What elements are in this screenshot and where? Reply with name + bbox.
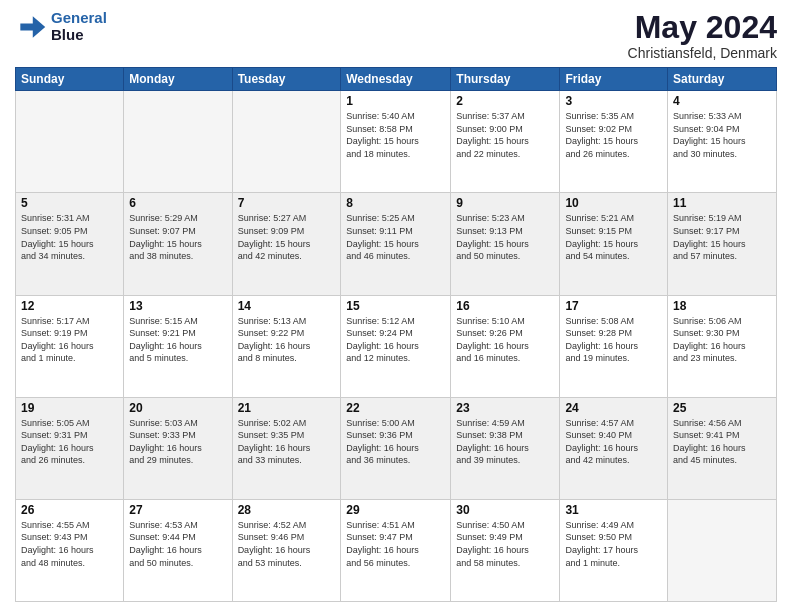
day-number: 30 bbox=[456, 503, 554, 517]
calendar-week-row: 1Sunrise: 5:40 AM Sunset: 8:58 PM Daylig… bbox=[16, 91, 777, 193]
calendar-week-row: 5Sunrise: 5:31 AM Sunset: 9:05 PM Daylig… bbox=[16, 193, 777, 295]
calendar-header-row: Sunday Monday Tuesday Wednesday Thursday… bbox=[16, 68, 777, 91]
day-number: 29 bbox=[346, 503, 445, 517]
table-row: 4Sunrise: 5:33 AM Sunset: 9:04 PM Daylig… bbox=[668, 91, 777, 193]
table-row: 13Sunrise: 5:15 AM Sunset: 9:21 PM Dayli… bbox=[124, 295, 232, 397]
table-row: 7Sunrise: 5:27 AM Sunset: 9:09 PM Daylig… bbox=[232, 193, 341, 295]
day-info: Sunrise: 5:02 AM Sunset: 9:35 PM Dayligh… bbox=[238, 417, 336, 467]
day-number: 11 bbox=[673, 196, 771, 210]
header-friday: Friday bbox=[560, 68, 668, 91]
day-info: Sunrise: 5:37 AM Sunset: 9:00 PM Dayligh… bbox=[456, 110, 554, 160]
table-row: 9Sunrise: 5:23 AM Sunset: 9:13 PM Daylig… bbox=[451, 193, 560, 295]
day-info: Sunrise: 5:15 AM Sunset: 9:21 PM Dayligh… bbox=[129, 315, 226, 365]
day-number: 5 bbox=[21, 196, 118, 210]
day-number: 4 bbox=[673, 94, 771, 108]
table-row: 20Sunrise: 5:03 AM Sunset: 9:33 PM Dayli… bbox=[124, 397, 232, 499]
table-row: 26Sunrise: 4:55 AM Sunset: 9:43 PM Dayli… bbox=[16, 499, 124, 601]
table-row: 12Sunrise: 5:17 AM Sunset: 9:19 PM Dayli… bbox=[16, 295, 124, 397]
header-monday: Monday bbox=[124, 68, 232, 91]
day-number: 23 bbox=[456, 401, 554, 415]
table-row: 27Sunrise: 4:53 AM Sunset: 9:44 PM Dayli… bbox=[124, 499, 232, 601]
table-row: 23Sunrise: 4:59 AM Sunset: 9:38 PM Dayli… bbox=[451, 397, 560, 499]
table-row: 17Sunrise: 5:08 AM Sunset: 9:28 PM Dayli… bbox=[560, 295, 668, 397]
table-row: 18Sunrise: 5:06 AM Sunset: 9:30 PM Dayli… bbox=[668, 295, 777, 397]
table-row: 10Sunrise: 5:21 AM Sunset: 9:15 PM Dayli… bbox=[560, 193, 668, 295]
table-row: 16Sunrise: 5:10 AM Sunset: 9:26 PM Dayli… bbox=[451, 295, 560, 397]
day-number: 16 bbox=[456, 299, 554, 313]
table-row: 15Sunrise: 5:12 AM Sunset: 9:24 PM Dayli… bbox=[341, 295, 451, 397]
day-number: 17 bbox=[565, 299, 662, 313]
day-info: Sunrise: 5:00 AM Sunset: 9:36 PM Dayligh… bbox=[346, 417, 445, 467]
day-info: Sunrise: 4:55 AM Sunset: 9:43 PM Dayligh… bbox=[21, 519, 118, 569]
day-number: 31 bbox=[565, 503, 662, 517]
day-number: 10 bbox=[565, 196, 662, 210]
table-row: 8Sunrise: 5:25 AM Sunset: 9:11 PM Daylig… bbox=[341, 193, 451, 295]
day-info: Sunrise: 5:08 AM Sunset: 9:28 PM Dayligh… bbox=[565, 315, 662, 365]
table-row: 24Sunrise: 4:57 AM Sunset: 9:40 PM Dayli… bbox=[560, 397, 668, 499]
table-row bbox=[232, 91, 341, 193]
table-row: 11Sunrise: 5:19 AM Sunset: 9:17 PM Dayli… bbox=[668, 193, 777, 295]
day-number: 8 bbox=[346, 196, 445, 210]
day-number: 22 bbox=[346, 401, 445, 415]
header-tuesday: Tuesday bbox=[232, 68, 341, 91]
table-row: 28Sunrise: 4:52 AM Sunset: 9:46 PM Dayli… bbox=[232, 499, 341, 601]
day-info: Sunrise: 5:31 AM Sunset: 9:05 PM Dayligh… bbox=[21, 212, 118, 262]
logo-line2: Blue bbox=[51, 26, 84, 43]
day-info: Sunrise: 5:03 AM Sunset: 9:33 PM Dayligh… bbox=[129, 417, 226, 467]
day-number: 15 bbox=[346, 299, 445, 313]
table-row: 25Sunrise: 4:56 AM Sunset: 9:41 PM Dayli… bbox=[668, 397, 777, 499]
table-row: 2Sunrise: 5:37 AM Sunset: 9:00 PM Daylig… bbox=[451, 91, 560, 193]
day-info: Sunrise: 5:17 AM Sunset: 9:19 PM Dayligh… bbox=[21, 315, 118, 365]
calendar-week-row: 26Sunrise: 4:55 AM Sunset: 9:43 PM Dayli… bbox=[16, 499, 777, 601]
day-number: 13 bbox=[129, 299, 226, 313]
title-area: May 2024 Christiansfeld, Denmark bbox=[628, 10, 777, 61]
day-info: Sunrise: 4:51 AM Sunset: 9:47 PM Dayligh… bbox=[346, 519, 445, 569]
month-title: May 2024 bbox=[628, 10, 777, 45]
day-info: Sunrise: 5:23 AM Sunset: 9:13 PM Dayligh… bbox=[456, 212, 554, 262]
day-number: 18 bbox=[673, 299, 771, 313]
day-info: Sunrise: 5:29 AM Sunset: 9:07 PM Dayligh… bbox=[129, 212, 226, 262]
day-info: Sunrise: 5:21 AM Sunset: 9:15 PM Dayligh… bbox=[565, 212, 662, 262]
day-number: 20 bbox=[129, 401, 226, 415]
header: General Blue May 2024 Christiansfeld, De… bbox=[15, 10, 777, 61]
day-number: 7 bbox=[238, 196, 336, 210]
day-info: Sunrise: 5:13 AM Sunset: 9:22 PM Dayligh… bbox=[238, 315, 336, 365]
logo-icon bbox=[15, 11, 47, 43]
table-row: 19Sunrise: 5:05 AM Sunset: 9:31 PM Dayli… bbox=[16, 397, 124, 499]
day-number: 14 bbox=[238, 299, 336, 313]
table-row: 21Sunrise: 5:02 AM Sunset: 9:35 PM Dayli… bbox=[232, 397, 341, 499]
day-number: 12 bbox=[21, 299, 118, 313]
header-thursday: Thursday bbox=[451, 68, 560, 91]
calendar-week-row: 12Sunrise: 5:17 AM Sunset: 9:19 PM Dayli… bbox=[16, 295, 777, 397]
table-row: 30Sunrise: 4:50 AM Sunset: 9:49 PM Dayli… bbox=[451, 499, 560, 601]
day-info: Sunrise: 4:52 AM Sunset: 9:46 PM Dayligh… bbox=[238, 519, 336, 569]
header-wednesday: Wednesday bbox=[341, 68, 451, 91]
day-info: Sunrise: 5:40 AM Sunset: 8:58 PM Dayligh… bbox=[346, 110, 445, 160]
table-row bbox=[16, 91, 124, 193]
day-info: Sunrise: 5:10 AM Sunset: 9:26 PM Dayligh… bbox=[456, 315, 554, 365]
calendar-table: Sunday Monday Tuesday Wednesday Thursday… bbox=[15, 67, 777, 602]
day-number: 19 bbox=[21, 401, 118, 415]
day-info: Sunrise: 5:06 AM Sunset: 9:30 PM Dayligh… bbox=[673, 315, 771, 365]
day-info: Sunrise: 5:12 AM Sunset: 9:24 PM Dayligh… bbox=[346, 315, 445, 365]
day-number: 1 bbox=[346, 94, 445, 108]
day-info: Sunrise: 5:19 AM Sunset: 9:17 PM Dayligh… bbox=[673, 212, 771, 262]
day-info: Sunrise: 4:56 AM Sunset: 9:41 PM Dayligh… bbox=[673, 417, 771, 467]
table-row: 3Sunrise: 5:35 AM Sunset: 9:02 PM Daylig… bbox=[560, 91, 668, 193]
day-info: Sunrise: 5:27 AM Sunset: 9:09 PM Dayligh… bbox=[238, 212, 336, 262]
table-row: 5Sunrise: 5:31 AM Sunset: 9:05 PM Daylig… bbox=[16, 193, 124, 295]
logo: General Blue bbox=[15, 10, 107, 43]
table-row: 31Sunrise: 4:49 AM Sunset: 9:50 PM Dayli… bbox=[560, 499, 668, 601]
day-number: 24 bbox=[565, 401, 662, 415]
day-number: 3 bbox=[565, 94, 662, 108]
day-number: 6 bbox=[129, 196, 226, 210]
table-row: 6Sunrise: 5:29 AM Sunset: 9:07 PM Daylig… bbox=[124, 193, 232, 295]
day-number: 26 bbox=[21, 503, 118, 517]
day-info: Sunrise: 4:53 AM Sunset: 9:44 PM Dayligh… bbox=[129, 519, 226, 569]
table-row: 1Sunrise: 5:40 AM Sunset: 8:58 PM Daylig… bbox=[341, 91, 451, 193]
logo-text: General Blue bbox=[51, 10, 107, 43]
day-info: Sunrise: 5:33 AM Sunset: 9:04 PM Dayligh… bbox=[673, 110, 771, 160]
day-info: Sunrise: 5:25 AM Sunset: 9:11 PM Dayligh… bbox=[346, 212, 445, 262]
day-info: Sunrise: 4:50 AM Sunset: 9:49 PM Dayligh… bbox=[456, 519, 554, 569]
day-number: 28 bbox=[238, 503, 336, 517]
